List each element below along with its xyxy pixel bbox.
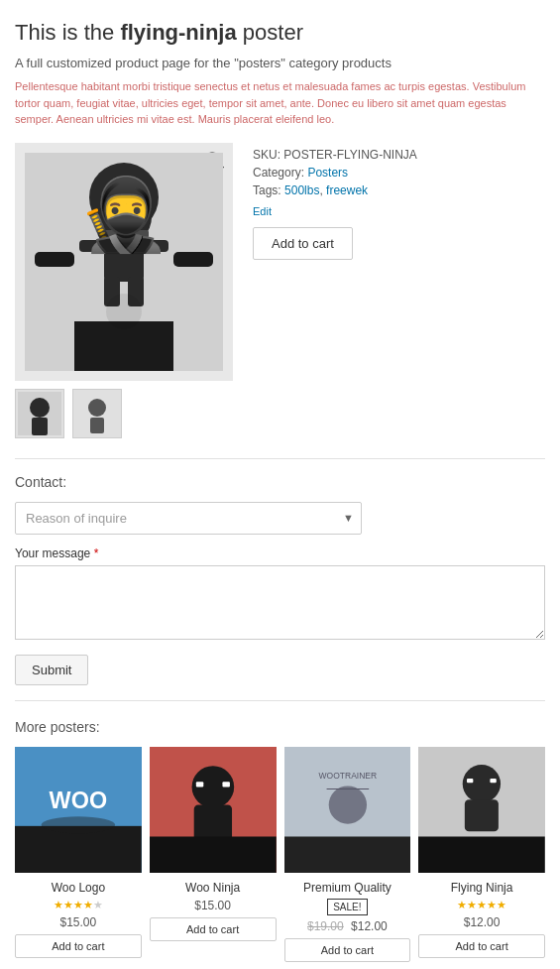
product-sku: SKU: POSTER-FLYING-NINJA	[253, 148, 545, 162]
add-to-cart-woo-logo[interactable]: Add to cart	[15, 934, 142, 958]
svg-rect-3	[173, 252, 213, 267]
page-subtitle: A full customized product page for the "…	[15, 56, 545, 70]
product-name-woo-ninja: Woo Ninja	[150, 881, 277, 895]
svg-rect-11	[79, 240, 107, 252]
product-image-area: 🔍	[15, 143, 233, 438]
message-textarea[interactable]	[15, 565, 545, 640]
svg-point-13	[106, 294, 142, 329]
svg-rect-37	[465, 799, 499, 831]
product-price: $12.00	[418, 915, 545, 929]
product-name-woo-logo: Woo Logo	[15, 881, 142, 895]
thumbnail-row	[15, 389, 233, 438]
main-product-image[interactable]: 🔍	[15, 143, 233, 381]
svg-point-4	[96, 189, 152, 245]
svg-rect-29	[222, 782, 229, 787]
product-image-woo-ninja[interactable]	[150, 747, 277, 874]
ninja-svg	[25, 153, 223, 371]
reason-select[interactable]: Reason of inquire General inquiry Order …	[15, 502, 362, 535]
svg-rect-40	[491, 778, 497, 782]
product-card-woo-ninja: Woo Ninja $15.00 Add to cart	[150, 747, 277, 963]
title-post: poster	[237, 20, 303, 45]
products-grid: WOO Woo Logo ★★★★★ $15.00 Add to cart	[15, 747, 545, 963]
product-name-flying-ninja: Flying Ninja	[418, 881, 545, 895]
product-section: 🔍	[15, 143, 545, 438]
svg-rect-38	[418, 836, 545, 873]
svg-point-15	[30, 398, 50, 418]
svg-rect-7	[99, 230, 149, 238]
svg-text:WOOTRAINER: WOOTRAINER	[318, 770, 377, 780]
product-category: Category: Posters	[253, 166, 545, 180]
product-image-woo-logo[interactable]: WOO	[15, 747, 142, 874]
poster-art	[25, 153, 223, 371]
svg-rect-26	[193, 804, 231, 841]
tags-label: Tags:	[253, 183, 281, 197]
svg-rect-33	[284, 836, 411, 873]
product-stars-flying-ninja: ★★★★★	[418, 899, 545, 911]
product-price: $15.00	[15, 915, 142, 929]
svg-rect-2	[35, 252, 74, 267]
svg-rect-39	[467, 778, 473, 782]
svg-rect-16	[32, 418, 48, 435]
product-stars-woo-logo: ★★★★★	[15, 899, 142, 911]
category-label: Category:	[253, 166, 304, 180]
svg-rect-8	[104, 237, 144, 282]
svg-rect-19	[90, 418, 104, 433]
add-to-cart-button[interactable]: Add to cart	[253, 227, 353, 260]
edit-link[interactable]: Edit	[253, 205, 545, 217]
lorem-text: Pellentesque habitant morbi tristique se…	[15, 78, 545, 128]
contact-label: Contact:	[15, 474, 545, 490]
product-price: $15.00	[150, 899, 277, 912]
product-image-premium-quality[interactable]: WOOTRAINER	[284, 747, 411, 874]
product-card-woo-logo: WOO Woo Logo ★★★★★ $15.00 Add to cart	[15, 747, 142, 963]
more-posters-label: More posters:	[15, 719, 545, 735]
title-bold: flying-ninja	[120, 20, 236, 45]
svg-rect-12	[141, 240, 168, 252]
svg-point-32	[328, 786, 366, 823]
product-tags: Tags: 500lbs, freewek	[253, 183, 545, 197]
thumbnail-1[interactable]	[15, 389, 64, 438]
title-pre: This is the	[15, 20, 120, 45]
message-label: Your message *	[15, 546, 545, 560]
svg-rect-6	[128, 212, 136, 217]
svg-rect-5	[112, 212, 120, 217]
svg-point-36	[463, 765, 501, 802]
divider-2	[15, 700, 545, 701]
product-card-flying-ninja: Flying Ninja ★★★★★ $12.00 Add to cart	[418, 747, 545, 963]
sku-value: POSTER-FLYING-NINJA	[283, 148, 416, 162]
product-price: SALE! $19.00 $12.00	[284, 899, 411, 933]
add-to-cart-premium-quality[interactable]: Add to cart	[284, 938, 411, 962]
svg-point-18	[88, 399, 106, 417]
svg-rect-28	[196, 782, 203, 787]
category-link[interactable]: Posters	[307, 166, 348, 180]
select-wrapper: Reason of inquire General inquiry Order …	[15, 502, 362, 535]
add-to-cart-woo-ninja[interactable]: Add to cart	[150, 917, 277, 941]
add-to-cart-flying-ninja[interactable]: Add to cart	[418, 934, 545, 958]
svg-text:WOO: WOO	[50, 787, 108, 812]
product-info: SKU: POSTER-FLYING-NINJA Category: Poste…	[253, 143, 545, 438]
tag2-link[interactable]: freewek	[326, 183, 368, 197]
sku-label: SKU:	[253, 148, 280, 162]
contact-section: Contact: Reason of inquire General inqui…	[15, 474, 545, 685]
submit-button[interactable]: Submit	[15, 655, 88, 685]
thumbnail-2[interactable]	[72, 389, 122, 438]
product-image-flying-ninja[interactable]	[418, 747, 545, 874]
divider-1	[15, 458, 545, 459]
tag1-link[interactable]: 500lbs	[284, 183, 319, 197]
svg-rect-27	[150, 836, 277, 873]
product-card-premium-quality: WOOTRAINER Premium Quality SALE! $19.00 …	[284, 747, 411, 963]
product-name-premium-quality: Premium Quality	[284, 881, 411, 895]
sale-badge: SALE!	[327, 899, 367, 915]
page-title: This is the flying-ninja poster	[15, 20, 545, 46]
svg-point-23	[42, 816, 116, 833]
